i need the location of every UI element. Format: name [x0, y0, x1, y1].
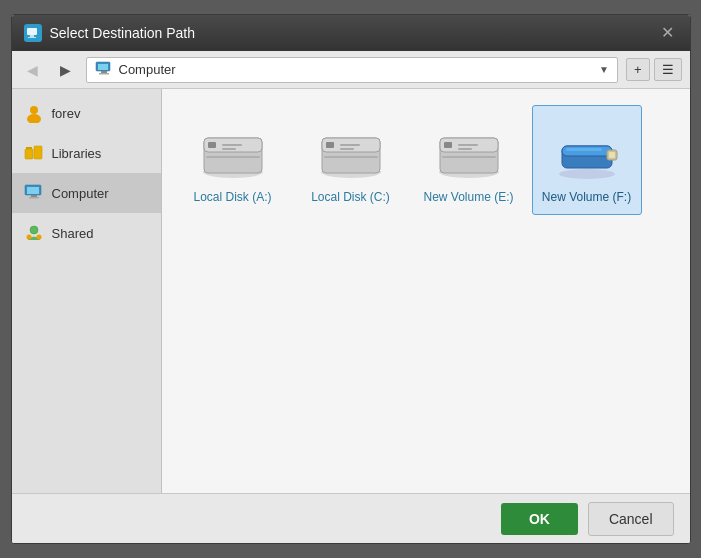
- computer-path-icon: [95, 61, 113, 78]
- drive-a-label: Local Disk (A:): [193, 190, 271, 206]
- svg-rect-2: [28, 37, 36, 38]
- sidebar-item-shared-label: Shared: [52, 226, 94, 241]
- toolbar-actions: + ☰: [626, 58, 682, 81]
- svg-point-18: [36, 235, 41, 240]
- svg-rect-25: [206, 156, 260, 158]
- svg-rect-44: [609, 152, 615, 158]
- svg-rect-37: [458, 144, 478, 146]
- ok-button[interactable]: OK: [501, 503, 578, 535]
- list-view-button[interactable]: ☰: [654, 58, 682, 81]
- sidebar-item-forev[interactable]: forev: [12, 93, 161, 133]
- svg-rect-29: [326, 142, 334, 148]
- drive-c-icon: [315, 124, 387, 184]
- svg-rect-39: [442, 156, 496, 158]
- list-item[interactable]: New Volume (E:): [414, 105, 524, 215]
- shared-icon: [24, 223, 44, 243]
- svg-rect-1: [30, 35, 34, 37]
- svg-point-16: [30, 226, 38, 234]
- cancel-button[interactable]: Cancel: [588, 502, 674, 536]
- toolbar: ◀ ▶ Computer ▼ + ☰: [12, 51, 690, 89]
- svg-rect-5: [101, 71, 107, 73]
- svg-rect-0: [27, 28, 37, 35]
- drive-e-icon: [433, 124, 505, 184]
- close-button[interactable]: ✕: [657, 23, 678, 43]
- svg-rect-30: [340, 144, 360, 146]
- file-area: Local Disk (A:) Local Disk (C:): [162, 89, 690, 493]
- svg-rect-31: [340, 148, 354, 150]
- user-icon: [24, 103, 44, 123]
- svg-rect-10: [34, 146, 42, 159]
- sidebar-item-libraries-label: Libraries: [52, 146, 102, 161]
- new-folder-button[interactable]: +: [626, 58, 650, 81]
- app-icon: [24, 24, 42, 42]
- svg-rect-38: [458, 148, 472, 150]
- svg-rect-9: [25, 149, 33, 159]
- sidebar: forev Libraries: [12, 89, 162, 493]
- svg-point-7: [30, 106, 38, 114]
- drive-f-icon: [551, 124, 623, 184]
- svg-rect-6: [99, 73, 109, 75]
- list-item[interactable]: Local Disk (C:): [296, 105, 406, 215]
- svg-rect-22: [208, 142, 216, 148]
- drive-f-label: New Volume (F:): [542, 190, 631, 206]
- svg-point-17: [26, 235, 31, 240]
- drive-c-label: Local Disk (C:): [311, 190, 390, 206]
- path-label: Computer: [119, 62, 594, 77]
- path-dropdown[interactable]: ▼: [599, 64, 609, 75]
- svg-rect-23: [222, 144, 242, 146]
- title-bar: Select Destination Path ✕: [12, 15, 690, 51]
- svg-rect-32: [324, 156, 378, 158]
- svg-rect-13: [27, 187, 39, 194]
- sidebar-item-computer-label: Computer: [52, 186, 109, 201]
- svg-rect-15: [29, 197, 39, 199]
- sidebar-item-libraries[interactable]: Libraries: [12, 133, 161, 173]
- svg-rect-45: [566, 148, 602, 151]
- sidebar-item-forev-label: forev: [52, 106, 81, 121]
- content: forev Libraries: [12, 89, 690, 493]
- dialog-title: Select Destination Path: [50, 25, 196, 41]
- svg-rect-14: [31, 195, 37, 197]
- list-item[interactable]: Local Disk (A:): [178, 105, 288, 215]
- svg-point-40: [559, 169, 615, 179]
- libraries-icon: [24, 143, 44, 163]
- bottom-bar: OK Cancel: [12, 493, 690, 543]
- path-bar: Computer ▼: [86, 57, 618, 83]
- forward-button[interactable]: ▶: [53, 58, 78, 82]
- drive-a-icon: [197, 124, 269, 184]
- svg-point-8: [27, 114, 41, 123]
- sidebar-item-computer[interactable]: Computer: [12, 173, 161, 213]
- sidebar-item-shared[interactable]: Shared: [12, 213, 161, 253]
- svg-rect-36: [444, 142, 452, 148]
- back-button[interactable]: ◀: [20, 58, 45, 82]
- svg-rect-4: [98, 64, 108, 70]
- computer-icon: [24, 183, 44, 203]
- list-item[interactable]: New Volume (F:): [532, 105, 642, 215]
- dialog: Select Destination Path ✕ ◀ ▶ Computer ▼…: [11, 14, 691, 544]
- drive-e-label: New Volume (E:): [423, 190, 513, 206]
- title-bar-left: Select Destination Path: [24, 24, 196, 42]
- svg-rect-24: [222, 148, 236, 150]
- svg-rect-11: [26, 147, 32, 149]
